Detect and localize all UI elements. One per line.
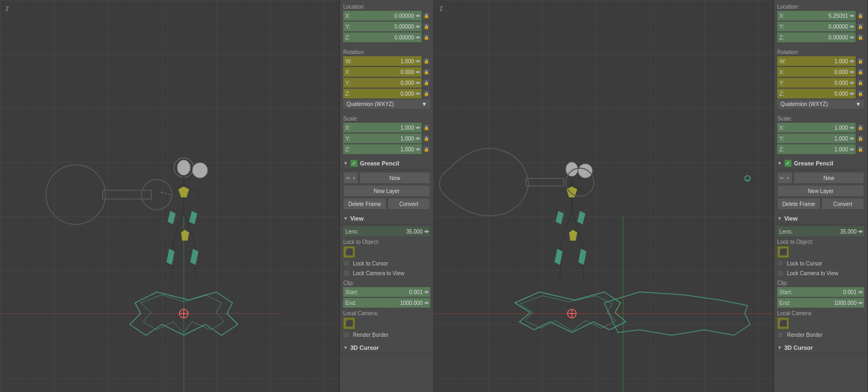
right-location-z-lock[interactable]: 🔒 <box>857 34 864 41</box>
left-scale-z-arrow: ◀▶ <box>415 147 420 151</box>
left-local-camera-box[interactable]: ⬛ <box>343 317 355 329</box>
left-lock-camera-checkbox[interactable] <box>343 270 350 276</box>
left-lock-cursor-checkbox[interactable] <box>343 260 350 267</box>
left-clip-start-value: 0.001 <box>358 289 424 295</box>
right-scale-y-row: Y: 1.000 ◀▶ 🔒 <box>777 134 864 143</box>
right-scale-z-value: 1.000 <box>787 147 849 152</box>
left-location-z-field[interactable]: Z: 0.00000 ◀▶ <box>343 32 422 42</box>
left-lock-object-box[interactable]: ⬛ <box>343 246 355 258</box>
left-grease-pencil-header[interactable]: ▼ ✓ Grease Pencil <box>340 157 433 170</box>
right-lens-field[interactable]: Lens: 35.000 ◀▶ <box>777 227 864 236</box>
right-rot-y-label: Y: <box>779 80 787 86</box>
left-location-x-lock[interactable]: 🔒 <box>423 12 430 19</box>
right-lock-camera-checkbox[interactable] <box>777 270 784 276</box>
right-scale-x-lock[interactable]: 🔒 <box>857 124 864 131</box>
right-rot-y-lock[interactable]: 🔒 <box>857 79 864 87</box>
left-scale-z-lock[interactable]: 🔒 <box>423 145 430 153</box>
right-delete-convert-row: Delete Frame Convert <box>777 198 864 210</box>
left-clip-start-field[interactable]: Start: 0.001 ◀▶ <box>343 287 430 297</box>
left-clip-end-field[interactable]: End: 1000.000 ◀▶ <box>343 298 430 308</box>
left-view-header[interactable]: ▼ View <box>340 213 433 224</box>
left-rot-z-field[interactable]: Z: 0.000 ◀▶ <box>343 89 422 98</box>
right-rot-z-field[interactable]: Z: 0.000 ◀▶ <box>777 89 856 98</box>
right-clip-end-arrow: ◀▶ <box>858 301 863 305</box>
right-clip-start-field[interactable]: Start: 0.001 ◀▶ <box>777 287 864 297</box>
right-delete-frame-button[interactable]: Delete Frame <box>777 198 820 210</box>
right-rot-x-lock[interactable]: 🔒 <box>857 68 864 76</box>
right-clip-end-field[interactable]: End: 1000.000 ◀▶ <box>777 298 864 308</box>
left-scale-y-lock[interactable]: 🔒 <box>423 135 430 142</box>
right-pencil-icon-btn[interactable]: ✏ + <box>777 172 792 184</box>
right-rot-x-field[interactable]: X: 0.000 ◀▶ <box>777 67 856 77</box>
right-new-button[interactable]: New <box>793 172 864 184</box>
svg-point-11 <box>192 163 208 178</box>
right-location-x-lock[interactable]: 🔒 <box>857 12 864 19</box>
right-rot-z-lock[interactable]: 🔒 <box>857 90 864 97</box>
left-location-z-lock[interactable]: 🔒 <box>423 34 430 41</box>
right-new-layer-button[interactable]: New Layer <box>777 185 864 197</box>
left-grease-pencil-checkbox[interactable]: ✓ <box>350 160 358 167</box>
right-clip-end-row: End: 1000.000 ◀▶ <box>777 298 864 308</box>
left-location-y-value: 0.00000 <box>353 24 415 30</box>
left-clip-end-arrow: ◀▶ <box>424 301 429 305</box>
right-location-z-field[interactable]: Z: 0.00000 ◀▶ <box>777 32 856 42</box>
right-cursor-title: 3D Cursor <box>784 344 813 351</box>
right-rot-w-label: W: <box>779 58 787 64</box>
right-rot-w-lock[interactable]: 🔒 <box>857 57 864 65</box>
left-rot-w-field[interactable]: W: 1.000 ◀▶ <box>343 56 422 66</box>
right-render-border-checkbox[interactable] <box>777 331 784 338</box>
right-local-camera-box[interactable]: ⬛ <box>777 317 789 329</box>
right-rot-w-field[interactable]: W: 1.000 ◀▶ <box>777 56 856 66</box>
right-local-camera-label: Local Camera: <box>777 309 864 317</box>
right-view-header[interactable]: ▼ View <box>774 213 867 224</box>
left-scale-x-lock[interactable]: 🔒 <box>423 124 430 131</box>
right-scale-z-field[interactable]: Z: 1.000 ◀▶ <box>777 144 856 154</box>
right-cursor-header[interactable]: ▼ 3D Cursor <box>774 342 867 354</box>
left-new-button[interactable]: New <box>359 172 430 184</box>
left-scale-z-field[interactable]: Z: 1.000 ◀▶ <box>343 144 422 154</box>
left-rot-z-lock[interactable]: 🔒 <box>423 90 430 97</box>
right-scale-y-field[interactable]: Y: 1.000 ◀▶ <box>777 134 856 143</box>
left-convert-button[interactable]: Convert <box>388 198 431 210</box>
left-new-layer-button[interactable]: New Layer <box>343 185 430 197</box>
left-cursor-header[interactable]: ▼ 3D Cursor <box>340 342 433 354</box>
left-location-y-lock[interactable]: 🔒 <box>423 23 430 30</box>
left-location-y-field[interactable]: Y: 0.00000 ◀▶ <box>343 22 422 31</box>
right-location-y-lock[interactable]: 🔒 <box>857 23 864 30</box>
right-scale-y-label: Y: <box>779 136 787 142</box>
left-rot-y-field[interactable]: Y: 0.000 ◀▶ <box>343 78 422 88</box>
left-rot-w-lock[interactable]: 🔒 <box>423 57 430 65</box>
right-lock-object-box[interactable]: ⬛ <box>777 246 789 258</box>
right-scale-z-lock[interactable]: 🔒 <box>857 145 864 153</box>
right-rotation-mode-dropdown[interactable]: Quaternion (WXYZ) ▼ <box>777 99 864 109</box>
left-rot-x-field[interactable]: X: 0.000 ◀▶ <box>343 67 422 77</box>
right-rot-y-field[interactable]: Y: 0.000 ◀▶ <box>777 78 856 88</box>
left-clip-end-row: End: 1000.000 ◀▶ <box>343 298 430 308</box>
right-scale-x-field[interactable]: X: 1.000 ◀▶ <box>777 123 856 132</box>
right-rot-w-row: W: 1.000 ◀▶ 🔒 <box>777 56 864 66</box>
left-viewport[interactable]: Z <box>0 0 339 392</box>
left-delete-frame-button[interactable]: Delete Frame <box>343 198 386 210</box>
left-scale-x-field[interactable]: X: 1.000 ◀▶ <box>343 123 422 132</box>
right-grease-pencil-content: ✏ + New New Layer Delete Frame Convert <box>774 170 867 213</box>
right-grease-pencil-header[interactable]: ▼ ✓ Grease Pencil <box>774 157 867 170</box>
right-location-x-label: X: <box>779 13 787 19</box>
left-lens-field[interactable]: Lens: 35.000 ◀▶ <box>343 227 430 236</box>
left-location-x-field[interactable]: X: 0.00000 ◀▶ <box>343 11 422 21</box>
left-rot-x-lock[interactable]: 🔒 <box>423 68 430 76</box>
left-render-border-checkbox[interactable] <box>343 331 350 338</box>
right-location-y-field[interactable]: Y: 0.00000 ◀▶ <box>777 22 856 31</box>
left-pencil-icon-btn[interactable]: ✏ + <box>343 172 358 184</box>
left-rot-y-lock[interactable]: 🔒 <box>423 79 430 87</box>
left-clip-start-arrow: ◀▶ <box>424 290 429 294</box>
left-rotation-mode-dropdown[interactable]: Quaternion (WXYZ) ▼ <box>343 99 430 109</box>
right-location-x-field[interactable]: X: 5.25091 ◀▶ <box>777 11 856 21</box>
right-convert-button[interactable]: Convert <box>822 198 865 210</box>
right-lock-cursor-checkbox[interactable] <box>777 260 784 267</box>
right-viewport[interactable]: Z <box>434 0 773 392</box>
left-scale-y-field[interactable]: Y: 1.000 ◀▶ <box>343 134 422 143</box>
right-scale-y-lock[interactable]: 🔒 <box>857 135 864 142</box>
right-clip-start-value: 0.001 <box>792 289 858 295</box>
right-grease-pencil-checkbox[interactable]: ✓ <box>784 160 792 167</box>
left-render-border-label: Render Border <box>353 332 389 338</box>
